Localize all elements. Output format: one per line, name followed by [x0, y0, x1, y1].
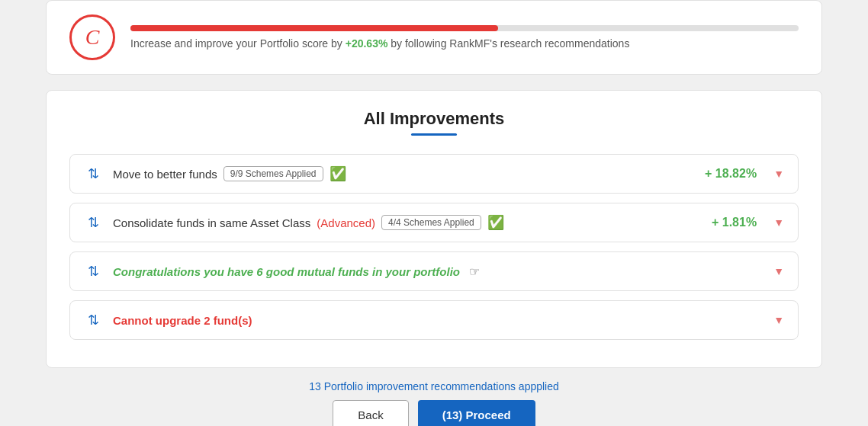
row-label-1: Move to better funds 9/9 Schemes Applied…	[113, 165, 685, 182]
chevron-down-4[interactable]: ▼	[773, 314, 784, 326]
improvement-row-consolidate-funds[interactable]: ⇅ Consolidate funds in same Asset Class …	[69, 203, 799, 242]
advanced-label: (Advanced)	[317, 216, 375, 229]
footer-note: 13 Portfolio improvement recommendations…	[46, 380, 822, 392]
improvement-row-cannot-upgrade[interactable]: ⇅ Cannot upgrade 2 fund(s) ▼	[69, 300, 799, 340]
check-icon-1: ✅	[330, 165, 346, 182]
title-underline	[411, 133, 457, 136]
grade-letter: C	[85, 25, 100, 50]
page-container: C Increase and improve your Portfolio sc…	[0, 0, 868, 426]
badge-2: 4/4 Schemes Applied	[381, 215, 481, 230]
footer-section: 13 Portfolio improvement recommendations…	[46, 380, 822, 426]
chevron-down-1[interactable]: ▼	[773, 168, 784, 180]
footer-buttons: Back (13) Proceed	[46, 400, 822, 426]
grade-circle: C	[69, 14, 115, 60]
row-label-3: Congratulations you have 6 good mutual f…	[113, 264, 757, 279]
row-label-4: Cannot upgrade 2 fund(s)	[113, 314, 757, 327]
swap-icon-3: ⇅	[84, 263, 102, 280]
row-label-2: Consolidate funds in same Asset Class (A…	[113, 214, 685, 231]
chevron-down-2[interactable]: ▼	[773, 216, 784, 229]
score-description: Increase and improve your Portfolio scor…	[130, 37, 799, 50]
section-title: All Improvements	[69, 109, 799, 129]
badge-1: 9/9 Schemes Applied	[223, 166, 323, 181]
row-percent-1: + 18.82%	[696, 167, 757, 181]
score-card-content: Increase and improve your Portfolio scor…	[130, 25, 799, 50]
back-button[interactable]: Back	[333, 400, 408, 426]
improvement-row-good-funds[interactable]: ⇅ Congratulations you have 6 good mutual…	[69, 251, 799, 291]
row-percent-2: + 1.81%	[696, 216, 757, 229]
cursor-hint: ☞	[469, 264, 480, 279]
progress-bar-container	[130, 25, 799, 31]
improvements-section: All Improvements ⇅ Move to better funds …	[46, 90, 822, 368]
score-card: C Increase and improve your Portfolio sc…	[46, 0, 822, 75]
proceed-button[interactable]: (13) Proceed	[418, 400, 535, 426]
swap-icon-2: ⇅	[84, 214, 102, 231]
check-icon-2: ✅	[487, 214, 504, 231]
progress-bar-fill	[130, 25, 498, 31]
swap-icon-1: ⇅	[84, 165, 102, 182]
swap-icon-4: ⇅	[84, 312, 102, 328]
chevron-down-3[interactable]: ▼	[773, 265, 784, 277]
improvement-row-move-to-better-funds[interactable]: ⇅ Move to better funds 9/9 Schemes Appli…	[69, 154, 799, 194]
